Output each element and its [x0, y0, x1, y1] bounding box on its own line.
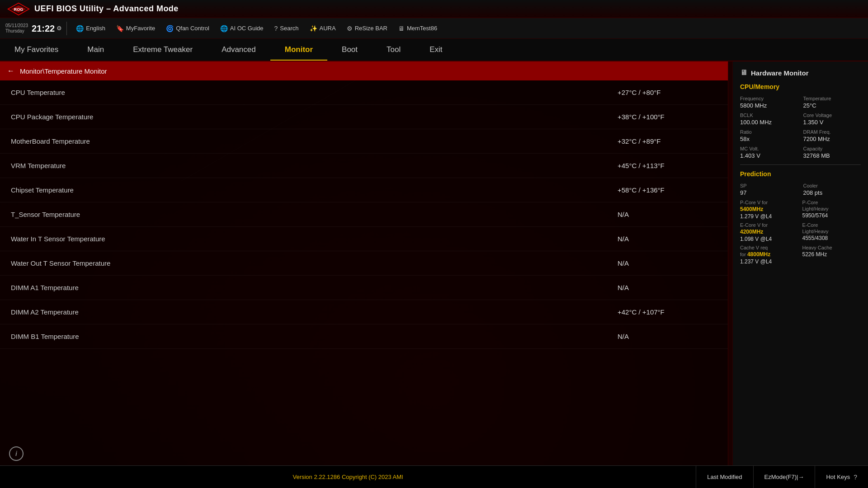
temp-value: +45°C / +113°F	[618, 162, 717, 169]
toolbar-qfan[interactable]: 🌀 Qfan Control	[161, 23, 214, 34]
language-label: English	[86, 25, 105, 32]
table-row[interactable]: DIMM A2 Temperature+42°C / +107°F	[0, 300, 728, 324]
temp-label: CPU Package Temperature	[11, 113, 618, 121]
ecore-v-val: 1.098 V @L4	[740, 236, 799, 242]
hotkeys-icon: ?	[854, 474, 857, 481]
table-row[interactable]: Water In T Sensor TemperatureN/A	[0, 227, 728, 251]
sp-cell: SP 97	[740, 183, 798, 196]
toolbar-search[interactable]: ? Search	[270, 23, 303, 34]
toolbar-memtest[interactable]: 🖥 MemTest86	[394, 23, 442, 34]
tab-extreme-tweaker[interactable]: Extreme Tweaker	[118, 39, 207, 61]
table-row[interactable]: T_Sensor TemperatureN/A	[0, 202, 728, 227]
toolbar-myfavorite[interactable]: 🔖 MyFavorite	[112, 23, 160, 34]
cache-row1: Cache V req for 4800MHz 1.237 V @L4 Heav…	[740, 245, 861, 265]
qfan-icon: 🌀	[166, 25, 174, 32]
content-area: ← Monitor\Temperature Monitor CPU Temper…	[0, 61, 728, 465]
aura-label: AURA	[320, 25, 336, 32]
settings-gear-icon[interactable]: ⚙	[57, 25, 62, 32]
mc-volt-cell: MC Volt. 1.403 V	[740, 146, 798, 159]
sidebar-divider	[740, 164, 861, 165]
footer: Version 2.22.1286 Copyright (C) 2023 AMI…	[0, 465, 868, 488]
table-row[interactable]: CPU Package Temperature+38°C / +100°F	[0, 105, 728, 129]
search-label: Search	[280, 25, 298, 32]
tab-main[interactable]: Main	[73, 39, 118, 61]
tab-boot[interactable]: Boot	[327, 39, 372, 61]
prediction-header: Prediction	[740, 170, 861, 178]
cooler-value: 208 pts	[803, 189, 861, 196]
temp-label: DIMM B1 Temperature	[11, 333, 618, 340]
heavy-cache-value: 5226 MHz	[802, 251, 861, 258]
toolbar-aioc[interactable]: 🌐 AI OC Guide	[216, 23, 268, 34]
cpu-info-grid: Frequency 5800 MHz Temperature 25°C BCLK…	[740, 96, 861, 159]
cache-v-col: Cache V req for 4800MHz 1.237 V @L4	[740, 245, 799, 265]
temperature-list: CPU Temperature+27°C / +80°FCPU Package …	[0, 80, 728, 465]
tab-exit[interactable]: Exit	[415, 39, 457, 61]
tab-monitor[interactable]: Monitor	[270, 39, 327, 61]
ratio-cell: Ratio 58x	[740, 129, 798, 142]
table-row[interactable]: DIMM B1 TemperatureN/A	[0, 324, 728, 349]
table-row[interactable]: MotherBoard Temperature+32°C / +89°F	[0, 129, 728, 154]
main-layout: ← Monitor\Temperature Monitor CPU Temper…	[0, 61, 868, 465]
aioc-label: AI OC Guide	[230, 25, 264, 32]
aioc-icon: 🌐	[220, 25, 228, 32]
svg-text:ROG: ROG	[14, 7, 24, 12]
hotkeys-btn[interactable]: Hot Keys ?	[815, 466, 868, 488]
scrollbar-track[interactable]	[728, 61, 732, 465]
heavy-cache-col: Heavy Cache 5226 MHz	[802, 245, 861, 265]
language-icon: 🌐	[76, 25, 84, 32]
toolbar-language[interactable]: 🌐 English	[71, 23, 110, 34]
mc-volt-value: 1.403 V	[740, 152, 798, 159]
core-voltage-label: Core Voltage	[803, 113, 861, 118]
breadcrumb: ← Monitor\Temperature Monitor	[0, 61, 728, 80]
temp-label: MotherBoard Temperature	[11, 137, 618, 145]
myfavorite-icon: 🔖	[116, 25, 124, 32]
header-bar: ROG UEFI BIOS Utility – Advanced Mode	[0, 0, 868, 18]
ecore-row1: E-Core V for 4200MHz 1.098 V @L4 E-Core …	[740, 222, 861, 242]
table-row[interactable]: CPU Temperature+27°C / +80°F	[0, 80, 728, 105]
pcore-light-col: P-Core Light/Heavy 5950/5764	[802, 200, 861, 220]
temperature-label: Temperature	[803, 96, 861, 101]
tab-favorites[interactable]: My Favorites	[0, 39, 73, 61]
core-voltage-value: 1.350 V	[803, 119, 861, 126]
cpu-memory-header: CPU/Memory	[740, 83, 861, 90]
cache-v-for: for 4800MHz	[740, 251, 799, 258]
last-modified-label: Last Modified	[707, 474, 742, 480]
table-row[interactable]: VRM Temperature+45°C / +113°F	[0, 154, 728, 178]
mc-volt-label: MC Volt.	[740, 146, 798, 151]
right-sidebar: 🖥 Hardware Monitor CPU/Memory Frequency …	[732, 61, 868, 465]
bios-title: UEFI BIOS Utility – Advanced Mode	[34, 4, 179, 14]
capacity-value: 32768 MB	[803, 152, 861, 159]
info-button[interactable]: i	[9, 446, 24, 461]
search-icon: ?	[274, 25, 278, 32]
temperature-value: 25°C	[803, 102, 861, 109]
table-row[interactable]: DIMM A1 TemperatureN/A	[0, 276, 728, 300]
ecore-light-value: 4555/4308	[802, 235, 861, 241]
dram-freq-label: DRAM Freq.	[803, 129, 861, 135]
temp-label: VRM Temperature	[11, 162, 618, 169]
ezmode-label: EzMode(F7)|→	[764, 474, 804, 480]
table-row[interactable]: Water Out T Sensor TemperatureN/A	[0, 251, 728, 276]
breadcrumb-back-icon[interactable]: ←	[7, 67, 14, 75]
temp-label: DIMM A1 Temperature	[11, 284, 618, 291]
table-row[interactable]: Chipset Temperature+58°C / +136°F	[0, 178, 728, 202]
tab-advanced[interactable]: Advanced	[207, 39, 270, 61]
temp-label: Chipset Temperature	[11, 186, 618, 194]
pcore-light-label: P-Core	[802, 200, 861, 205]
cooler-label: Cooler	[803, 183, 861, 188]
hotkeys-label: Hot Keys	[826, 474, 850, 480]
temp-value: +27°C / +80°F	[618, 89, 717, 96]
cache-v-val: 1.237 V @L4	[740, 258, 799, 265]
pcore-light-value: 5950/5764	[802, 212, 861, 219]
toolbar-resizebar[interactable]: ⚙ ReSize BAR	[342, 23, 392, 34]
ezmode-btn[interactable]: EzMode(F7)|→	[753, 466, 815, 488]
toolbar-aura[interactable]: ✨ AURA	[305, 23, 340, 34]
temp-value: +38°C / +100°F	[618, 113, 717, 121]
pcore-v-freq: 5400MHz	[740, 206, 799, 212]
ecore-v-col: E-Core V for 4200MHz 1.098 V @L4	[740, 222, 799, 242]
aura-icon: ✨	[310, 25, 317, 32]
temp-label: DIMM A2 Temperature	[11, 308, 618, 316]
tab-tool[interactable]: Tool	[372, 39, 415, 61]
last-modified-btn[interactable]: Last Modified	[696, 466, 753, 488]
bclk-value: 100.00 MHz	[740, 119, 798, 126]
pcore-v-label: P-Core V for	[740, 200, 799, 205]
